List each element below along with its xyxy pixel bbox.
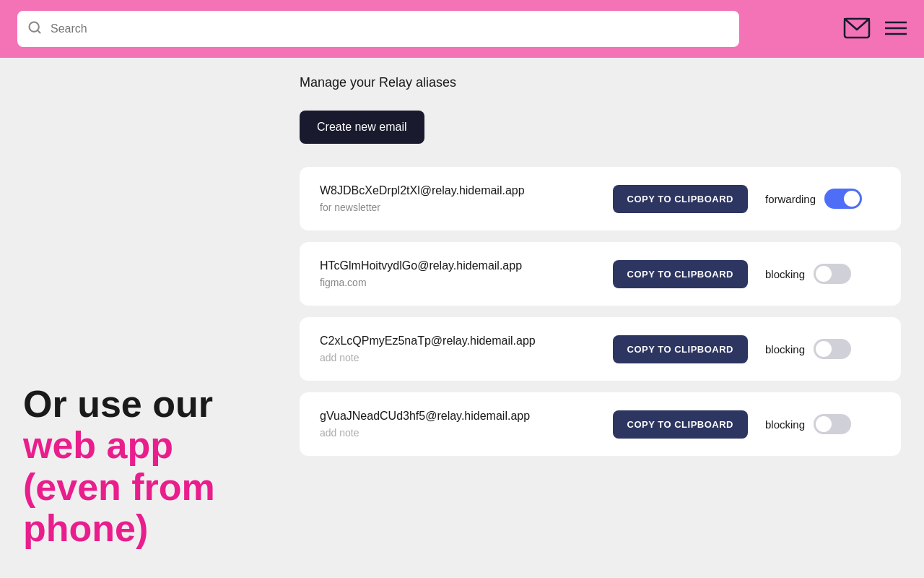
toggle-slider-3 xyxy=(814,414,851,434)
forwarding-label-1: blocking xyxy=(765,268,805,280)
toggle-slider-1 xyxy=(814,264,851,284)
alias-left-1: HTcGlmHoitvydlGo@relay.hidemail.app figm… xyxy=(320,259,613,288)
forwarding-label-3: blocking xyxy=(765,418,805,431)
alias-note-1: figma.com xyxy=(320,277,613,288)
forwarding-group-2: blocking xyxy=(765,339,881,359)
svg-line-1 xyxy=(38,30,40,33)
copy-to-clipboard-button-0[interactable]: COPY TO CLIPBOARD xyxy=(613,185,748,213)
alias-card: HTcGlmHoitvydlGo@relay.hidemail.app figm… xyxy=(300,242,901,306)
toggle-2[interactable] xyxy=(814,339,851,359)
alias-left-2: C2xLcQPmyEz5naTp@relay.hidemail.app add … xyxy=(320,335,613,363)
alias-actions-2: COPY TO CLIPBOARD blocking xyxy=(613,335,881,363)
alias-card: C2xLcQPmyEz5naTp@relay.hidemail.app add … xyxy=(300,317,901,381)
alias-left-0: W8JDBcXeDrpl2tXl@relay.hidemail.app for … xyxy=(320,184,613,213)
sidebar-text: Or use our web app (even from phone) xyxy=(23,384,253,549)
alias-email-1: HTcGlmHoitvydlGo@relay.hidemail.app xyxy=(320,259,613,272)
alias-note-3[interactable]: add note xyxy=(320,427,613,439)
main-content: Or use our web app (even from phone) Man… xyxy=(0,58,924,578)
menu-button[interactable] xyxy=(885,20,907,39)
toggle-1[interactable] xyxy=(814,264,851,284)
sidebar-line2-3: web app (even from phone) xyxy=(23,425,253,549)
mail-button[interactable] xyxy=(843,17,871,41)
search-wrapper xyxy=(17,11,739,47)
alias-note-0: for newsletter xyxy=(320,202,613,213)
forwarding-label-2: blocking xyxy=(765,343,805,355)
alias-actions-3: COPY TO CLIPBOARD blocking xyxy=(613,410,881,439)
menu-icon xyxy=(885,20,907,39)
alias-email-0: W8JDBcXeDrpl2tXl@relay.hidemail.app xyxy=(320,184,613,197)
forwarding-group-1: blocking xyxy=(765,264,881,284)
forwarding-group-0: forwarding xyxy=(765,189,881,209)
alias-actions-1: COPY TO CLIPBOARD blocking xyxy=(613,260,881,288)
sidebar-line1: Or use our xyxy=(23,384,253,425)
alias-list: W8JDBcXeDrpl2tXl@relay.hidemail.app for … xyxy=(300,167,901,456)
alias-email-2: C2xLcQPmyEz5naTp@relay.hidemail.app xyxy=(320,335,613,348)
toggle-slider-2 xyxy=(814,339,851,359)
mail-icon xyxy=(843,17,871,41)
search-container xyxy=(17,11,739,47)
header-icons xyxy=(843,17,907,41)
create-new-email-button[interactable]: Create new email xyxy=(300,111,424,144)
manage-title: Manage your Relay aliases xyxy=(300,75,901,90)
header xyxy=(0,0,924,58)
alias-card: gVuaJNeadCUd3hf5@relay.hidemail.app add … xyxy=(300,392,901,456)
toggle-slider-0 xyxy=(824,189,862,209)
right-panel: Manage your Relay aliases Create new ema… xyxy=(276,58,924,578)
alias-left-3: gVuaJNeadCUd3hf5@relay.hidemail.app add … xyxy=(320,410,613,439)
toggle-3[interactable] xyxy=(814,414,851,434)
copy-to-clipboard-button-2[interactable]: COPY TO CLIPBOARD xyxy=(613,335,748,363)
alias-card: W8JDBcXeDrpl2tXl@relay.hidemail.app for … xyxy=(300,167,901,230)
sidebar: Or use our web app (even from phone) xyxy=(0,58,276,578)
toggle-0[interactable] xyxy=(824,189,862,209)
copy-to-clipboard-button-1[interactable]: COPY TO CLIPBOARD xyxy=(613,260,748,288)
alias-email-3: gVuaJNeadCUd3hf5@relay.hidemail.app xyxy=(320,410,613,423)
search-input[interactable] xyxy=(17,11,739,47)
forwarding-label-0: forwarding xyxy=(765,193,816,205)
alias-actions-0: COPY TO CLIPBOARD forwarding xyxy=(613,185,881,213)
search-icon xyxy=(27,20,42,38)
forwarding-group-3: blocking xyxy=(765,414,881,434)
copy-to-clipboard-button-3[interactable]: COPY TO CLIPBOARD xyxy=(613,410,748,439)
alias-note-2[interactable]: add note xyxy=(320,352,613,363)
